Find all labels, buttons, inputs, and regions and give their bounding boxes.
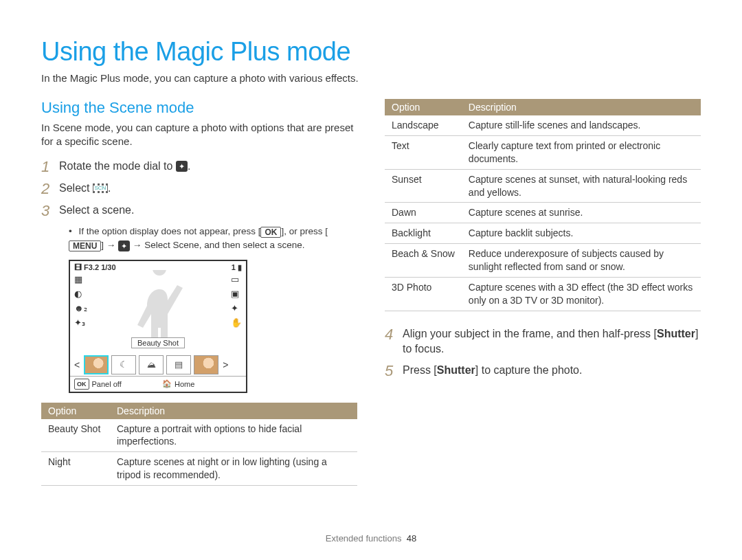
home-icon: 🏠 xyxy=(162,379,172,388)
thumb-landscape: ⛰ xyxy=(139,355,164,374)
shutter-label: Shutter xyxy=(657,328,695,339)
lcd-right-icons: ▭ ▣ ✦ ✋ xyxy=(231,274,242,355)
page-intro: In the Magic Plus mode, you can capture … xyxy=(41,72,701,84)
cell-option: Sunset xyxy=(385,169,462,203)
cell-option: Night xyxy=(41,452,110,486)
step-1: 1 Rotate the mode dial to ✦. xyxy=(41,159,357,175)
magic-plus-mode-icon: ✦ xyxy=(176,161,188,172)
step-number: 5 xyxy=(385,363,403,379)
footer-page-number: 48 xyxy=(407,533,416,544)
lcd-left-icons: ▦ ◐ ☻₂ ✦₃ xyxy=(74,274,87,355)
cell-option: Beauty Shot xyxy=(41,419,110,452)
step-2-text-post: . xyxy=(108,182,111,194)
lcd-panel-off: Panel off xyxy=(92,380,122,388)
section-intro: In Scene mode, you can capture a photo w… xyxy=(41,121,357,149)
table-row: LandscapeCapture still-life scenes and l… xyxy=(385,115,701,135)
lcd-scene-thumbnails: < ☾ ⛰ ▤ > xyxy=(70,355,246,376)
table-row: Beauty ShotCapture a portrait with optio… xyxy=(41,419,357,452)
step-number: 2 xyxy=(41,181,59,197)
sd-icon: ▭ xyxy=(231,274,242,284)
battery-icon: ▮ xyxy=(238,263,242,271)
cell-description: Capture a portrait with options to hide … xyxy=(110,419,357,452)
grid-icon: ▦ xyxy=(74,274,87,284)
step-number: 1 xyxy=(41,159,59,175)
col-description: Description xyxy=(110,403,357,419)
table-row: TextClearly capture text from printed or… xyxy=(385,135,701,169)
table-row: 3D PhotoCapture scenes with a 3D effect … xyxy=(385,278,701,311)
note-b: ], or press [ xyxy=(281,226,328,236)
step-2-text-pre: Select xyxy=(59,182,93,194)
lcd-exposure: F3.2 1/30 xyxy=(84,263,115,271)
camera-lcd-preview: 🎞 F3.2 1/30 1 ▮ ▦ ◐ ☻₂ ✦₃ Beauty Shot ▭ … xyxy=(69,260,247,393)
magic-plus-mode-icon: ✦ xyxy=(118,240,130,251)
ok-button-icon: OK xyxy=(260,227,281,238)
cell-description: Capture still-life scenes and landscapes… xyxy=(462,115,701,135)
select-scene-label: Select Scene xyxy=(144,240,199,250)
step-1-text-post: . xyxy=(188,160,190,172)
thumb-next-icon: > xyxy=(221,359,229,370)
lcd-shots-remaining: 1 xyxy=(232,263,236,271)
note-d: → xyxy=(130,240,144,250)
ok-button-icon: OK xyxy=(74,379,89,390)
left-column: Using the Scene mode In Scene mode, you … xyxy=(41,99,357,486)
cell-option: 3D Photo xyxy=(385,278,462,311)
col-option: Option xyxy=(41,403,110,419)
thumb-beauty-shot xyxy=(84,355,109,374)
lcd-home: Home xyxy=(175,380,194,388)
quality-icon: ▣ xyxy=(231,289,242,299)
smart-icon: ✦ xyxy=(231,303,242,313)
cell-option: Landscape xyxy=(385,115,462,135)
col-description: Description xyxy=(462,99,701,115)
thumb-text: ▤ xyxy=(166,355,191,374)
menu-button-icon: MENU xyxy=(69,240,101,251)
cell-description: Clearly capture text from printed or ele… xyxy=(462,135,701,169)
cell-option: Text xyxy=(385,135,462,169)
options-table-1: Option Description Beauty ShotCapture a … xyxy=(41,403,357,486)
cell-description: Reduce underexposure of subjects caused … xyxy=(462,244,701,278)
step-4: 4 Align your subject in the frame, and t… xyxy=(385,326,701,357)
cell-description: Capture scenes at night or in low lighti… xyxy=(110,452,357,486)
step-1-text-pre: Rotate the mode dial to xyxy=(59,160,176,172)
section-title: Using the Scene mode xyxy=(41,99,357,117)
stabilization-icon: ✋ xyxy=(231,317,242,328)
cell-option: Beach & Snow xyxy=(385,244,462,278)
note-a: If the option display does not appear, p… xyxy=(79,226,261,236)
shutter-label: Shutter xyxy=(437,364,475,376)
thumb-night: ☾ xyxy=(111,355,136,374)
timer-icon: ✦₃ xyxy=(74,317,87,328)
right-column: Option Description LandscapeCapture stil… xyxy=(385,99,701,486)
film-icon: 🎞 xyxy=(74,263,82,271)
footer-section: Extended functions xyxy=(326,533,402,544)
table-row: Beach & SnowReduce underexposure of subj… xyxy=(385,244,701,278)
table-row: BacklightCapture backlit subjects. xyxy=(385,223,701,244)
page-title: Using the Magic Plus mode xyxy=(41,37,701,67)
cell-option: Backlight xyxy=(385,223,462,244)
face-detect-icon: ☻₂ xyxy=(74,303,87,313)
step-3-text: Select a scene. xyxy=(59,203,134,218)
step-3-note: • If the option display does not appear,… xyxy=(41,225,357,253)
cell-description: Capture scenes at sunrise. xyxy=(462,203,701,223)
page-footer: Extended functions 48 xyxy=(0,533,742,544)
cell-description: Capture scenes with a 3D effect (the 3D … xyxy=(462,278,701,311)
note-e: , and then select a scene. xyxy=(199,240,305,250)
thumb-sunset xyxy=(194,355,218,374)
table2-body: LandscapeCapture still-life scenes and l… xyxy=(385,115,701,311)
cell-description: Capture scenes at sunset, with natural-l… xyxy=(462,169,701,203)
step-number: 4 xyxy=(385,326,403,343)
note-c: ] → xyxy=(101,240,118,250)
step-5-a: Press [ xyxy=(403,364,437,376)
step-2: 2 Select SCN. xyxy=(41,181,357,197)
step-4-a: Align your subject in the frame, and the… xyxy=(403,328,657,339)
table1-body: Beauty ShotCapture a portrait with optio… xyxy=(41,419,357,486)
step-5: 5 Press [Shutter] to capture the photo. xyxy=(385,363,701,379)
table-row: NightCapture scenes at night or in low l… xyxy=(41,452,357,486)
thumb-prev-icon: < xyxy=(73,359,81,370)
cell-description: Capture backlit subjects. xyxy=(462,223,701,244)
table-row: SunsetCapture scenes at sunset, with nat… xyxy=(385,169,701,203)
col-option: Option xyxy=(385,99,462,115)
lcd-mode-label: Beauty Shot xyxy=(131,337,185,348)
step-number: 3 xyxy=(41,203,59,219)
cell-option: Dawn xyxy=(385,203,462,223)
scene-film-icon: SCN xyxy=(93,183,108,193)
step-3: 3 Select a scene. xyxy=(41,203,357,219)
